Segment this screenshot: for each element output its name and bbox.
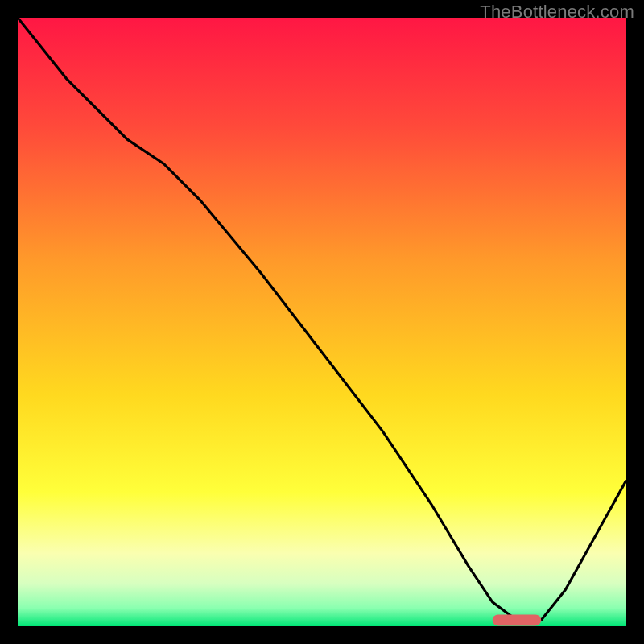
plot-area	[18, 18, 626, 626]
bottleneck-curve	[18, 18, 626, 620]
curve-overlay	[18, 18, 626, 626]
optimal-range-marker	[493, 614, 542, 625]
chart-frame: TheBottleneck.com	[0, 0, 644, 644]
